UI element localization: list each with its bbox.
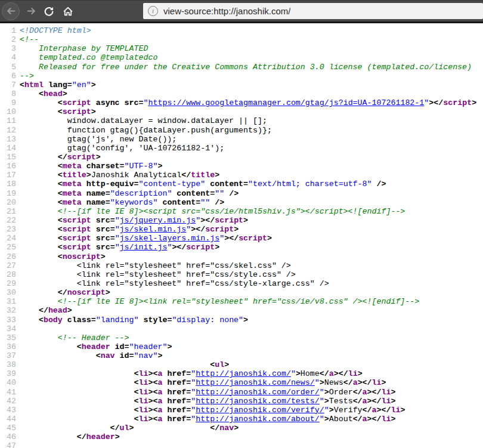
source-token: > (382, 378, 386, 387)
line-number: 37 (0, 351, 16, 360)
source-token: window.dataLayer = window.dataLayer || [… (20, 116, 267, 125)
url-text: view-source:http://janoshik.com/ (163, 6, 290, 16)
back-button[interactable] (2, 2, 20, 20)
source-token: "landing" (96, 316, 139, 325)
home-button[interactable] (61, 5, 75, 18)
source-link[interactable]: http://janoshik.com/tests/ (196, 397, 319, 406)
source-token: < (39, 89, 44, 98)
line-number: 29 (0, 279, 16, 288)
source-line: 46 </header> (0, 432, 483, 441)
source-link[interactable]: http://janoshik.com/verify/ (196, 406, 324, 415)
source-token: ></ (367, 415, 382, 424)
source-token: script (215, 216, 243, 225)
source-token: meta (63, 198, 82, 207)
source-token (20, 424, 110, 432)
source-code-text: <!--[if lte IE 8]><script src="css/ie/ht… (20, 207, 405, 216)
source-token: </ (210, 424, 219, 432)
source-code-text: Released for free under the Creative Com… (20, 63, 472, 72)
source-code-text: <script src="js/init.js"></script> (20, 243, 219, 252)
source-token (20, 369, 134, 378)
source-token: ></ (358, 378, 372, 387)
line-number: 35 (0, 333, 16, 342)
source-token: <link rel="stylesheet" href="css/style-x… (20, 279, 329, 288)
source-token: < (96, 351, 101, 360)
source-link[interactable]: http://janoshik.com/ (196, 369, 291, 378)
source-code-text: templated.co @templatedco (20, 53, 157, 62)
source-token: script (186, 243, 215, 252)
source-token: ></ (224, 234, 239, 243)
source-token: /> (372, 180, 386, 189)
source-token (20, 415, 134, 424)
source-token: < (134, 406, 139, 415)
source-token: " (115, 216, 120, 225)
info-icon[interactable]: i (148, 6, 158, 16)
source-line: 2<!-- (0, 35, 483, 44)
source-link[interactable]: js/jquery.min.js (120, 216, 196, 225)
source-token (20, 189, 58, 198)
reload-icon (44, 6, 54, 17)
source-token: class= (63, 316, 96, 325)
source-token: " (315, 378, 320, 387)
source-line: 22 <script src="js/jquery.min.js"></scri… (0, 216, 483, 225)
source-token: li (382, 397, 391, 406)
line-number: 20 (0, 198, 16, 207)
source-token: li (139, 388, 148, 397)
source-token: ></ (334, 369, 348, 378)
address-bar[interactable]: i view-source:http://janoshik.com/ (143, 3, 483, 19)
source-line: 14 gtag('config', 'UA-107261182-1'); (0, 144, 483, 153)
source-token: > (267, 234, 272, 243)
source-token: " (320, 415, 324, 424)
source-token: >< (148, 397, 157, 406)
source-token: "" (200, 198, 210, 207)
source-code-text: <link rel="stylesheet" href="css/style-x… (20, 279, 329, 288)
line-number: 36 (0, 342, 16, 351)
source-link[interactable]: http://janoshik.com/news/ (196, 378, 315, 387)
source-token: <!-- (20, 35, 39, 44)
source-token: < (20, 81, 24, 89)
source-code-text: gtag('config', 'UA-107261182-1'); (20, 144, 224, 153)
source-code-text: <ul> (20, 360, 229, 369)
forward-button[interactable] (24, 5, 38, 18)
source-token: script (63, 98, 91, 107)
source-link[interactable]: http://janoshik.com/about/ (196, 415, 319, 424)
source-token (134, 424, 210, 432)
source-token: lang= (44, 81, 72, 89)
source-token: < (58, 252, 63, 261)
source-token: </ (58, 288, 67, 297)
source-code-text: <head> (20, 89, 67, 98)
source-line: 9 <script async src="https://www.googlet… (0, 98, 483, 107)
source-token: " (144, 98, 148, 107)
source-token: " (320, 388, 324, 397)
source-token: </ (110, 424, 120, 432)
source-token: > (215, 171, 219, 180)
source-token: function gtag(){dataLayer.push(arguments… (20, 126, 272, 135)
source-token: > (324, 397, 329, 406)
line-number: 18 (0, 180, 16, 189)
source-token: > (400, 406, 405, 415)
source-token: < (58, 180, 63, 189)
source-link[interactable]: js/skel-layers.min.js (120, 234, 220, 243)
source-token (20, 225, 58, 234)
source-token: content= (172, 189, 215, 198)
source-token: /> (224, 189, 239, 198)
source-token: < (58, 243, 63, 252)
source-token: noscript (63, 252, 101, 261)
source-link[interactable]: https://www.googletagmanager.com/gtag/js… (148, 98, 425, 107)
source-code-text: <script src="js/jquery.min.js"></script> (20, 216, 248, 225)
source-line: 45 </ul> </nav> (0, 424, 483, 432)
source-link[interactable]: js/skel.min.js (120, 225, 187, 234)
reload-button[interactable] (42, 5, 55, 18)
line-number: 4 (0, 53, 16, 62)
source-link[interactable]: http://janoshik.com/order/ (196, 388, 319, 397)
source-link[interactable]: js/init.js (120, 243, 168, 252)
line-number: 31 (0, 297, 16, 306)
source-token: Released for free under the Creative Com… (20, 63, 472, 72)
source-token: > (234, 424, 239, 432)
line-number: 40 (0, 378, 16, 387)
source-token (20, 171, 58, 180)
source-line: 16 <meta charset="UTF-8"> (0, 162, 483, 171)
source-token: " (320, 397, 324, 406)
source-token: > (215, 243, 219, 252)
source-line: 33 <body class="landing" style="display:… (0, 316, 483, 325)
line-number: 5 (0, 63, 16, 72)
